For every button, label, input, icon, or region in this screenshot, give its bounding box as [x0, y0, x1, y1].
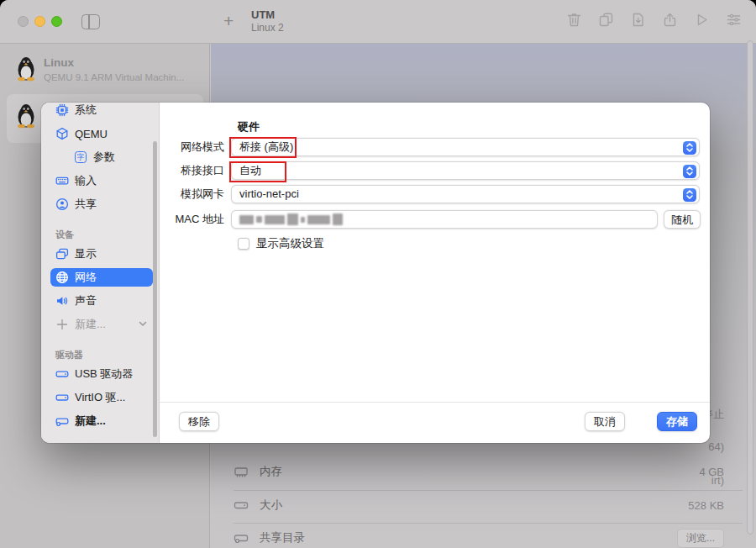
save-button[interactable]: 存储	[657, 412, 697, 431]
globe-icon	[55, 271, 69, 284]
drive-icon	[55, 367, 69, 381]
scrollbar-thumb[interactable]	[747, 40, 753, 535]
sidebar-scrollbar-thumb[interactable]	[153, 141, 157, 437]
sidebar-section-devices: 设备	[55, 229, 153, 242]
sharing-person-icon	[55, 198, 69, 211]
sidebar-item-label: 共享	[75, 197, 97, 212]
sidebar-item-label: 声音	[75, 293, 97, 308]
sidebar-item-new-device[interactable]: 新建...	[50, 315, 153, 334]
cancel-button[interactable]: 取消	[585, 412, 625, 431]
sidebar-item-network[interactable]: 网络	[50, 268, 153, 287]
mac-address-row: MAC 地址 随机	[160, 210, 700, 229]
annotation-box-bridge-interface	[229, 161, 286, 182]
close-button[interactable]	[18, 16, 29, 27]
mac-address-input[interactable]	[231, 210, 658, 229]
sidebar-item-system[interactable]: 系统	[50, 103, 153, 119]
field-label: MAC 地址	[160, 210, 231, 229]
emulated-nic-row: 模拟网卡 virtio-net-pci	[160, 185, 700, 203]
sidebar-item-new-drive[interactable]: 新建...	[50, 412, 153, 430]
filter-sliders-icon[interactable]	[725, 11, 743, 29]
checkbox-label: 显示高级设置	[256, 236, 324, 251]
tux-icon	[12, 54, 40, 86]
sidebar-item-label: VirtIO 驱...	[75, 390, 125, 405]
vm-subtitle: QEMU 9.1 ARM Virtual Machin...	[44, 72, 200, 82]
sidebar-item-sharing[interactable]: 共享	[50, 195, 153, 213]
shared-drive-icon	[234, 530, 249, 545]
zoom-button[interactable]	[51, 16, 62, 27]
dialog-footer: 移除 取消 存储	[160, 412, 697, 431]
row-label: 内存	[260, 464, 282, 479]
row-divider	[234, 523, 743, 524]
trash-icon[interactable]	[565, 11, 583, 29]
advanced-settings-row: 显示高级设置	[238, 236, 324, 251]
sidebar-item-sound[interactable]: 声音	[50, 292, 153, 310]
chevron-down-icon	[138, 319, 148, 331]
field-label: 网络模式	[160, 138, 231, 156]
argument-badge-icon: 字	[74, 150, 87, 164]
toggle-sidebar-icon[interactable]	[81, 14, 100, 29]
settings-dialog: 系统 QEMU 字 参数 输入 共享 设备 显示	[41, 103, 710, 443]
vm-title: Linux	[44, 56, 74, 69]
sidebar-item-virtio-drive[interactable]: VirtIO 驱...	[50, 388, 153, 407]
network-mode-dropdown[interactable]: 桥接 (高级)	[231, 138, 700, 156]
window-title: UTM Linux 2	[251, 8, 284, 34]
sidebar-item-usb-drive[interactable]: USB 驱动器	[50, 365, 153, 383]
plus-icon	[55, 318, 69, 331]
minimize-button[interactable]	[34, 16, 45, 27]
sidebar-item-label: 显示	[75, 246, 97, 261]
settings-sidebar: 系统 QEMU 字 参数 输入 共享 设备 显示	[41, 103, 160, 443]
bridge-interface-dropdown[interactable]: 自动	[231, 161, 700, 180]
tux-icon	[12, 101, 40, 133]
toolbar-actions	[565, 11, 743, 29]
sidebar-item-display[interactable]: 显示	[50, 245, 153, 263]
random-mac-button[interactable]: 随机	[664, 210, 701, 229]
field-label: 模拟网卡	[160, 185, 231, 203]
titlebar: + UTM Linux 2	[0, 0, 756, 44]
dropdown-stepper-icon	[683, 165, 696, 178]
sidebar-item-label: 新建...	[75, 414, 106, 429]
run-icon[interactable]	[693, 11, 711, 29]
add-vm-button[interactable]: +	[223, 11, 234, 31]
cube-icon	[55, 127, 69, 140]
vm-list-item-linux[interactable]: Linux QEMU 9.1 ARM Virtual Machin...	[7, 50, 203, 94]
drive-icon	[234, 498, 249, 513]
sidebar-item-input[interactable]: 输入	[50, 171, 153, 190]
field-label: 桥接接口	[160, 161, 231, 180]
dropdown-stepper-icon	[683, 141, 696, 155]
share-icon[interactable]	[661, 11, 679, 29]
display-icon	[55, 247, 69, 261]
cpu-icon	[55, 103, 69, 117]
speaker-icon	[55, 294, 69, 308]
drive-icon	[55, 391, 69, 404]
keyboard-icon	[55, 174, 69, 187]
save-document-icon[interactable]	[629, 11, 647, 29]
sidebar-item-label: 系统	[75, 103, 97, 118]
new-drive-icon	[55, 414, 69, 428]
remove-button[interactable]: 移除	[179, 412, 219, 431]
duplicate-icon[interactable]	[597, 11, 615, 29]
show-advanced-checkbox[interactable]	[238, 238, 249, 250]
dropdown-stepper-icon	[683, 188, 696, 202]
emulated-nic-dropdown[interactable]: virtio-net-pci	[231, 185, 700, 203]
utm-window: + UTM Linux 2 Linux QEMU 9.1 ARM Virtual…	[0, 0, 756, 548]
annotation-box-network-mode	[229, 137, 297, 158]
browse-button[interactable]: 浏览...	[677, 529, 724, 548]
row-value: 528 KB	[688, 499, 724, 512]
row-value: 4 GB	[699, 466, 724, 478]
memory-icon	[234, 464, 249, 479]
footer-divider	[160, 402, 710, 403]
app-title: UTM	[251, 8, 284, 22]
section-title: 硬件	[238, 119, 260, 134]
sidebar-item-qemu[interactable]: QEMU	[50, 124, 153, 143]
sidebar-item-label: 输入	[75, 173, 97, 188]
sidebar-item-label: 网络	[75, 270, 97, 285]
sidebar-item-arguments[interactable]: 字 参数	[69, 148, 153, 166]
sidebar-item-label: 参数	[93, 150, 115, 165]
sidebar-section-drives: 驱动器	[55, 349, 153, 362]
dropdown-value: virtio-net-pci	[239, 187, 299, 200]
vm-arch-partial: 64)	[708, 440, 724, 453]
sidebar-item-label: 新建...	[75, 317, 106, 332]
sidebar-item-label: QEMU	[75, 128, 108, 140]
row-label: 大小	[260, 498, 282, 513]
mac-address-redacted	[239, 211, 635, 228]
